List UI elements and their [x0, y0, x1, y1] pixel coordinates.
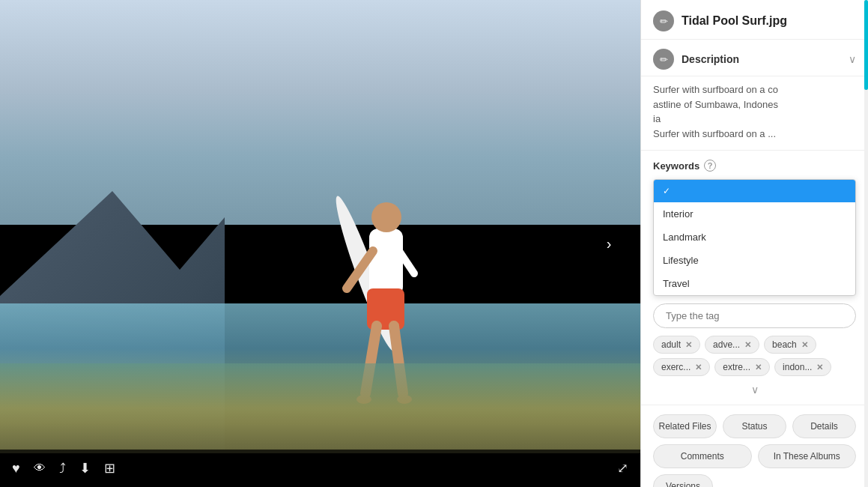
file-title: Tidal Pool Surf.jpg [682, 14, 787, 28]
tag-indon-remove[interactable]: ✕ [816, 363, 823, 372]
versions-button[interactable]: Versions [653, 474, 713, 487]
tag-indon: indon... ✕ [774, 358, 831, 376]
scrollbar-thumb[interactable] [864, 0, 868, 90]
action-btn-row-3: Versions [653, 474, 856, 487]
dropdown-item-0[interactable]: ✓ [654, 180, 855, 202]
tag-extre-label: extre... [723, 362, 750, 372]
eye-icon[interactable]: 👁 [34, 462, 46, 475]
status-button[interactable]: Status [723, 414, 786, 438]
bottom-toolbar-left: ♥ 👁 ⤴ ⬇ ⊞ [12, 460, 115, 477]
right-panel: ✏ Tidal Pool Surf.jpg ✏ Description ∨ Su… [640, 0, 868, 487]
dropdown-item-travel[interactable]: Travel [654, 272, 855, 295]
description-edit-icon[interactable]: ✏ [653, 49, 674, 70]
file-header: ✏ Tidal Pool Surf.jpg [641, 0, 868, 40]
details-button[interactable]: Details [792, 414, 856, 438]
favorite-icon[interactable]: ♥ [12, 461, 20, 477]
description-label: Description [682, 53, 849, 65]
description-chevron-icon[interactable]: ∨ [849, 53, 856, 65]
tag-adult-label: adult [661, 339, 681, 350]
scrollbar-track [864, 0, 868, 487]
share-icon[interactable]: ⤴ [59, 461, 66, 477]
tag-indon-label: indon... [783, 362, 812, 372]
edit-icon[interactable]: ✏ [653, 10, 674, 31]
tag-exerc: exerc... ✕ [653, 358, 710, 376]
keywords-help-icon[interactable]: ? [704, 160, 716, 172]
keywords-section: Keywords ? ✓ Interior Landmark Lifestyle [641, 151, 868, 405]
tags-container: adult ✕ adve... ✕ beach ✕ exerc... ✕ ext… [653, 336, 856, 376]
tag-beach-label: beach [772, 339, 797, 350]
svg-rect-1 [369, 229, 403, 296]
dropdown-item-interior[interactable]: Interior [654, 202, 855, 226]
tag-input[interactable] [653, 303, 856, 328]
download-icon[interactable]: ⬇ [79, 460, 91, 477]
comments-button[interactable]: Comments [653, 444, 752, 468]
next-arrow[interactable]: › [592, 227, 625, 260]
tag-adult-remove[interactable]: ✕ [685, 340, 692, 350]
tag-extre-remove[interactable]: ✕ [755, 363, 762, 372]
tag-adult: adult ✕ [653, 336, 700, 354]
image-panel: › ♥ 👁 ⤴ ⬇ ⊞ ⤢ [0, 0, 640, 487]
tag-beach: beach ✕ [764, 336, 816, 354]
in-these-albums-button[interactable]: In These Albums [758, 444, 857, 468]
tag-adve-label: adve... [713, 339, 740, 350]
tag-beach-remove[interactable]: ✕ [801, 340, 808, 350]
dropdown-item-landmark[interactable]: Landmark [654, 226, 855, 249]
tag-adve: adve... ✕ [705, 336, 759, 354]
bottom-toolbar: ♥ 👁 ⤴ ⬇ ⊞ ⤢ [0, 450, 640, 487]
tag-exerc-remove[interactable]: ✕ [695, 363, 702, 372]
svg-point-3 [371, 202, 401, 232]
tag-exerc-label: exerc... [661, 362, 691, 372]
description-section-header: ✏ Description ∨ [641, 40, 868, 76]
related-files-button[interactable]: Related Files [653, 414, 717, 438]
grid-icon[interactable]: ⊞ [104, 460, 115, 477]
keywords-dropdown[interactable]: ✓ Interior Landmark Lifestyle Travel [653, 179, 856, 296]
dropdown-item-lifestyle[interactable]: Lifestyle [654, 249, 855, 272]
expand-icon[interactable]: ⤢ [617, 460, 628, 477]
dropdown-list: ✓ Interior Landmark Lifestyle Travel [653, 179, 856, 296]
foreground-rocks [0, 363, 640, 453]
check-icon: ✓ [663, 186, 670, 196]
action-buttons: Related Files Status Details Comments In… [641, 405, 868, 487]
action-btn-row-2: Comments In These Albums [653, 444, 856, 468]
action-btn-row-1: Related Files Status Details [653, 414, 856, 438]
bottom-toolbar-right: ⤢ [617, 460, 628, 477]
description-text: Surfer with surfboard on a co astline of… [641, 76, 868, 151]
keywords-label: Keywords ? [653, 160, 856, 172]
tag-adve-remove[interactable]: ✕ [744, 340, 751, 350]
tag-extre: extre... ✕ [714, 358, 770, 376]
show-more-chevron[interactable]: ∨ [653, 381, 856, 405]
